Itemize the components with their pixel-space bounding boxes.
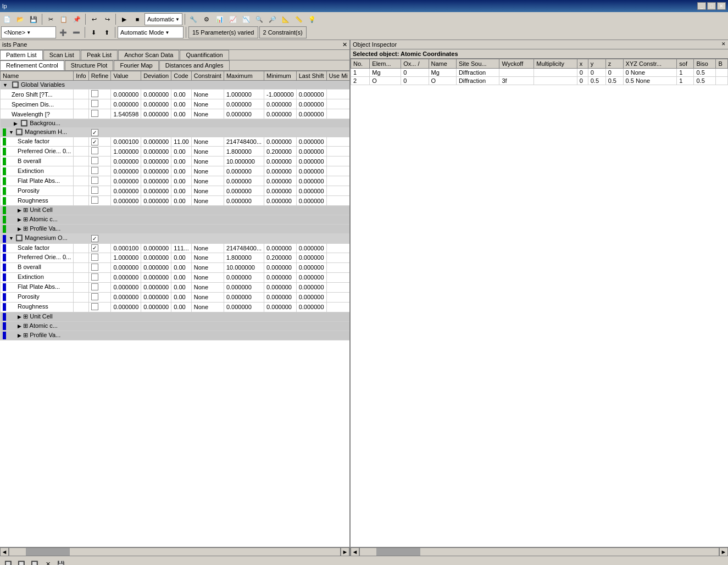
expand-icon[interactable] <box>18 332 21 338</box>
none-dropdown[interactable]: <None> ▼ <box>1 26 56 38</box>
expand-icon[interactable] <box>18 207 21 213</box>
expand-icon[interactable] <box>9 235 14 241</box>
phase-refine[interactable] <box>88 128 111 137</box>
row-refine[interactable] <box>88 109 111 119</box>
tab-distances[interactable]: Distances and Angles <box>159 60 230 70</box>
right-scroll-right-btn[interactable]: ► <box>719 547 728 556</box>
del-btn[interactable]: ➖ <box>70 26 82 38</box>
row-refine[interactable] <box>88 302 111 312</box>
new-button[interactable]: 📄 <box>1 13 13 25</box>
phase-checkbox[interactable] <box>91 129 98 136</box>
row-refine[interactable] <box>88 262 111 272</box>
refine-checkbox[interactable] <box>91 90 98 97</box>
window-controls[interactable]: _ □ ✕ <box>697 2 726 10</box>
bottom-btn-3[interactable]: 🔲 <box>29 558 41 566</box>
export-btn[interactable]: ⬆ <box>101 26 113 38</box>
add-btn[interactable]: ➕ <box>57 26 69 38</box>
refine-checkbox[interactable] <box>91 138 98 146</box>
phase-refine[interactable] <box>88 234 111 243</box>
tool5[interactable]: 📉 <box>240 13 252 25</box>
tool10[interactable]: 💡 <box>306 13 318 25</box>
right-scroll-left-btn[interactable]: ◄ <box>351 547 359 556</box>
expand-icon[interactable] <box>3 82 8 88</box>
save-button[interactable]: 💾 <box>27 13 40 25</box>
tab-refinement[interactable]: Refinement Control <box>0 60 64 70</box>
expand-icon[interactable] <box>18 216 21 222</box>
tool8[interactable]: 📐 <box>280 13 292 25</box>
cut-button[interactable]: ✂ <box>45 13 57 25</box>
row-refine[interactable] <box>88 272 111 282</box>
scroll-right-btn[interactable]: ► <box>341 547 349 556</box>
tab-pattern-list[interactable]: Pattern List <box>0 50 43 60</box>
refine-checkbox[interactable] <box>91 303 98 310</box>
undo-button[interactable]: ↩ <box>88 13 100 25</box>
open-button[interactable]: 📂 <box>14 13 26 25</box>
tool3[interactable]: 📊 <box>214 13 226 25</box>
refine-checkbox[interactable] <box>91 147 98 154</box>
refine-checkbox[interactable] <box>91 177 98 184</box>
right-table-container[interactable]: No. Elem... Ox... / Name Site Sou... Wyc… <box>351 59 728 547</box>
run-button[interactable]: ▶ <box>118 13 130 25</box>
tool1[interactable]: 🔧 <box>187 13 199 25</box>
row-refine[interactable] <box>88 253 111 262</box>
tool7[interactable]: 🔎 <box>266 13 279 25</box>
tab-peak-list[interactable]: Peak List <box>81 50 118 60</box>
tab-quantification[interactable]: Quantification <box>180 50 229 60</box>
refine-checkbox[interactable] <box>91 264 98 271</box>
tab-structure-plot[interactable]: Structure Plot <box>65 60 114 70</box>
scrollbar-thumb[interactable] <box>26 548 70 556</box>
expand-icon[interactable] <box>18 226 21 232</box>
row-refine[interactable] <box>88 243 111 253</box>
row-refine[interactable] <box>88 282 111 292</box>
scroll-left-btn[interactable]: ◄ <box>0 547 9 556</box>
right-horizontal-scrollbar[interactable] <box>359 547 719 556</box>
mode-dropdown[interactable]: Automatic Mode ▼ <box>118 26 184 38</box>
maximize-button[interactable]: □ <box>707 2 716 10</box>
refine-checkbox[interactable] <box>91 197 98 204</box>
row-refine[interactable] <box>88 147 111 156</box>
row-refine[interactable] <box>88 186 111 196</box>
left-table-container[interactable]: Name Info Refine Value Deviation Code Co… <box>0 71 349 547</box>
expand-icon[interactable] <box>14 120 18 126</box>
row-refine[interactable] <box>88 89 111 99</box>
refine-checkbox[interactable] <box>91 157 98 164</box>
redo-button[interactable]: ↪ <box>101 13 113 25</box>
pane-close[interactable]: ✕ <box>342 41 347 48</box>
paste-button[interactable]: 📌 <box>71 13 83 25</box>
tab-fourier-map[interactable]: Fourier Map <box>114 60 158 70</box>
refine-checkbox[interactable] <box>91 283 98 290</box>
phase-checkbox[interactable] <box>91 235 98 242</box>
bottom-btn-4[interactable]: ✕ <box>42 558 54 566</box>
bottom-btn-2[interactable]: 🔲 <box>15 558 27 566</box>
horizontal-scrollbar[interactable] <box>9 547 341 556</box>
expand-icon[interactable] <box>18 314 21 320</box>
row-refine[interactable] <box>88 156 111 166</box>
bottom-btn-1[interactable]: 🔲 <box>2 558 14 566</box>
refine-checkbox[interactable] <box>91 254 98 261</box>
row-refine[interactable] <box>88 99 111 109</box>
tab-anchor-scan[interactable]: Anchor Scan Data <box>118 50 179 60</box>
close-button[interactable]: ✕ <box>717 2 726 10</box>
tool2[interactable]: ⚙ <box>201 13 213 25</box>
tab-scan-list[interactable]: Scan List <box>43 50 80 60</box>
row-refine[interactable] <box>88 196 111 206</box>
row-refine[interactable] <box>88 292 111 302</box>
row-refine[interactable] <box>88 176 111 186</box>
refine-checkbox[interactable] <box>91 167 98 174</box>
tool9[interactable]: 📏 <box>293 13 305 25</box>
row-refine[interactable] <box>88 137 111 147</box>
minimize-button[interactable]: _ <box>697 2 706 10</box>
refine-checkbox[interactable] <box>91 273 98 281</box>
refine-checkbox[interactable] <box>91 293 98 300</box>
expand-icon[interactable] <box>18 323 21 329</box>
tool4[interactable]: 📈 <box>227 13 239 25</box>
tool6[interactable]: 🔍 <box>253 13 265 25</box>
automatic-dropdown[interactable]: Automatic ▼ <box>145 13 182 25</box>
refine-checkbox[interactable] <box>91 244 98 251</box>
row-refine[interactable] <box>88 166 111 176</box>
import-btn[interactable]: ⬇ <box>87 26 99 38</box>
right-pane-close[interactable]: ✕ <box>721 41 726 48</box>
right-scrollbar-thumb[interactable] <box>376 548 420 556</box>
expand-icon[interactable] <box>9 129 14 135</box>
bottom-btn-5[interactable]: 💾 <box>55 558 67 566</box>
